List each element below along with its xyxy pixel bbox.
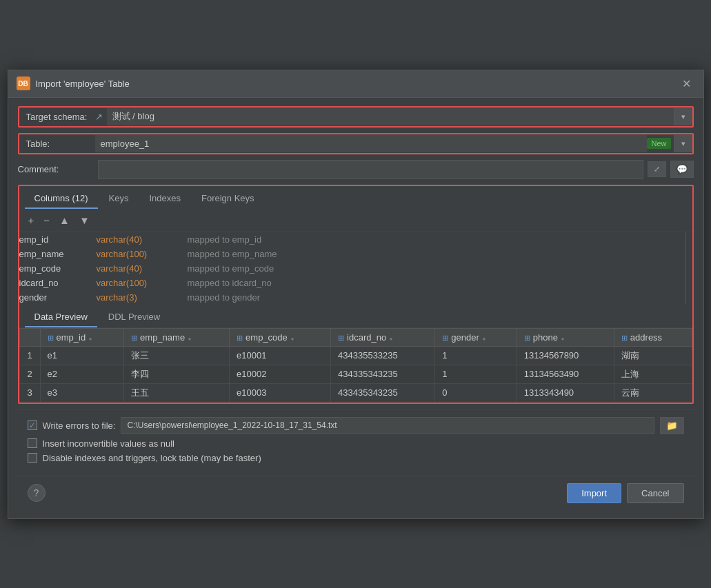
add-column-btn[interactable]: + [25, 213, 38, 227]
row-num-header [19, 328, 40, 346]
header-idcard-no[interactable]: ⊞idcard_no⬥ [331, 328, 435, 346]
dialog-title: Import 'employee' Table [36, 79, 130, 89]
cancel-button[interactable]: Cancel [627, 483, 683, 503]
cell-phone: 13134563490 [517, 365, 614, 383]
list-item: emp_name varchar(100) mapped to emp_name [19, 247, 685, 261]
cell-address: 上海 [614, 365, 692, 383]
cell-emp-id: e1 [40, 346, 124, 365]
table-row: 2 e2 李四 e10002 434335343235 1 1313456349… [19, 365, 692, 383]
remove-column-btn[interactable]: − [40, 213, 53, 227]
help-button[interactable]: ? [28, 484, 46, 502]
header-gender[interactable]: ⊞gender⬥ [435, 328, 517, 346]
inconvertible-row: Insert inconvertible values as null [28, 438, 684, 449]
target-schema-input[interactable] [107, 108, 674, 125]
header-address[interactable]: ⊞address [614, 328, 692, 346]
tab-ddl-preview[interactable]: DDL Preview [99, 307, 170, 327]
footer-row: ? Import Cancel [18, 476, 694, 510]
header-emp-code[interactable]: ⊞emp_code⬥ [230, 328, 331, 346]
table-row: 3 e3 王五 e10003 433435343235 0 1313343490… [19, 383, 692, 402]
close-button[interactable]: ✕ [678, 76, 695, 92]
disable-indexes-label: Disable indexes and triggers, lock table… [43, 453, 261, 463]
cell-emp-id: e3 [40, 383, 124, 402]
table-row-field: Table: New ▾ [18, 133, 694, 154]
new-badge: New [647, 138, 670, 149]
comment-label: Comment: [18, 160, 94, 179]
tab-columns[interactable]: Columns (12) [25, 189, 98, 209]
bottom-options: Write errors to file: 📁 Insert inconvert… [18, 409, 694, 470]
import-dialog: DB Import 'employee' Table ✕ Target sche… [8, 70, 704, 519]
schema-icon: ↗ [95, 112, 103, 122]
disable-indexes-row: Disable indexes and triggers, lock table… [28, 453, 684, 463]
cell-emp-id: e2 [40, 365, 124, 383]
cell-emp-code: e10001 [230, 346, 331, 365]
comment-message-btn[interactable]: 💬 [670, 161, 694, 178]
error-file-path-input[interactable] [121, 417, 654, 434]
write-errors-checkbox[interactable] [28, 420, 37, 430]
write-errors-row: Write errors to file: 📁 [28, 417, 684, 434]
title-bar: DB Import 'employee' Table ✕ [8, 70, 703, 98]
content-scroll-area: emp_id varchar(40) mapped to emp_id emp_… [19, 232, 692, 305]
target-schema-row: Target schema: ↗ ▾ [18, 106, 694, 128]
inconvertible-checkbox[interactable] [28, 438, 37, 448]
cell-idcard-no: 434335343235 [331, 365, 435, 383]
side-scrollbar[interactable] [685, 232, 692, 305]
row-num: 2 [19, 365, 40, 383]
cell-gender: 1 [435, 365, 517, 383]
tabs-header: Columns (12) Keys Indexes Foreign Keys [19, 186, 692, 209]
table-input[interactable] [95, 135, 648, 152]
tab-indexes[interactable]: Indexes [139, 189, 190, 209]
move-up-btn[interactable]: ▲ [56, 213, 73, 227]
preview-section: Data Preview DDL Preview ⊞emp_id⬥ ⊞emp_n… [19, 307, 692, 403]
move-down-btn[interactable]: ▼ [76, 213, 93, 227]
cell-address: 云南 [614, 383, 692, 402]
tabs-section: Columns (12) Keys Indexes Foreign Keys +… [18, 185, 694, 404]
list-item: emp_code varchar(40) mapped to emp_code [19, 261, 685, 276]
header-emp-name[interactable]: ⊞emp_name⬥ [124, 328, 230, 346]
title-bar-left: DB Import 'employee' Table [17, 77, 130, 90]
cell-emp-name: 王五 [124, 383, 230, 402]
write-errors-label: Write errors to file: [43, 420, 116, 431]
table-dropdown[interactable]: ▾ [674, 135, 692, 152]
app-icon: DB [17, 77, 30, 90]
inconvertible-label: Insert inconvertible values as null [43, 438, 175, 449]
tab-foreign-keys[interactable]: Foreign Keys [192, 189, 264, 209]
cell-gender: 1 [435, 346, 517, 365]
preview-tabs: Data Preview DDL Preview [19, 307, 692, 328]
cell-emp-code: e10002 [230, 365, 331, 383]
header-phone[interactable]: ⊞phone⬥ [517, 328, 614, 346]
cell-idcard-no: 434335533235 [331, 346, 435, 365]
list-item: emp_id varchar(40) mapped to emp_id [19, 232, 685, 247]
list-item: gender varchar(3) mapped to gender [19, 290, 685, 305]
target-schema-label: Target schema: [19, 108, 95, 126]
header-emp-id[interactable]: ⊞emp_id⬥ [40, 328, 124, 346]
cell-idcard-no: 433435343235 [331, 383, 435, 402]
import-button[interactable]: Import [567, 483, 621, 503]
comment-row: Comment: ⤢ 💬 [18, 160, 694, 179]
cell-phone: 13134567890 [517, 346, 614, 365]
footer-buttons: Import Cancel [567, 483, 683, 503]
cell-emp-name: 张三 [124, 346, 230, 365]
row-num: 1 [19, 346, 40, 365]
tab-keys[interactable]: Keys [99, 189, 139, 209]
table-row: 1 e1 张三 e10001 434335533235 1 1313456789… [19, 346, 692, 365]
cell-address: 湖南 [614, 346, 692, 365]
target-schema-dropdown[interactable]: ▾ [674, 108, 692, 125]
browse-folder-btn[interactable]: 📁 [660, 417, 684, 434]
data-table-wrapper[interactable]: ⊞emp_id⬥ ⊞emp_name⬥ ⊞emp_code⬥ ⊞idcard_n… [19, 328, 692, 403]
disable-indexes-checkbox[interactable] [28, 453, 37, 463]
cell-gender: 0 [435, 383, 517, 402]
row-num: 3 [19, 383, 40, 402]
tab-data-preview[interactable]: Data Preview [25, 307, 97, 327]
data-preview-table: ⊞emp_id⬥ ⊞emp_name⬥ ⊞emp_code⬥ ⊞idcard_n… [19, 328, 692, 403]
comment-expand-btn[interactable]: ⤢ [648, 161, 666, 177]
columns-toolbar: + − ▲ ▼ [19, 209, 692, 232]
dialog-body: Target schema: ↗ ▾ Table: New ▾ Comment:… [8, 98, 703, 518]
comment-input[interactable] [98, 160, 643, 179]
columns-list: emp_id varchar(40) mapped to emp_id emp_… [19, 232, 685, 305]
table-label: Table: [19, 134, 95, 153]
cell-emp-name: 李四 [124, 365, 230, 383]
cell-emp-code: e10003 [230, 383, 331, 402]
cell-phone: 1313343490 [517, 383, 614, 402]
list-item: idcard_no varchar(100) mapped to idcard_… [19, 276, 685, 290]
